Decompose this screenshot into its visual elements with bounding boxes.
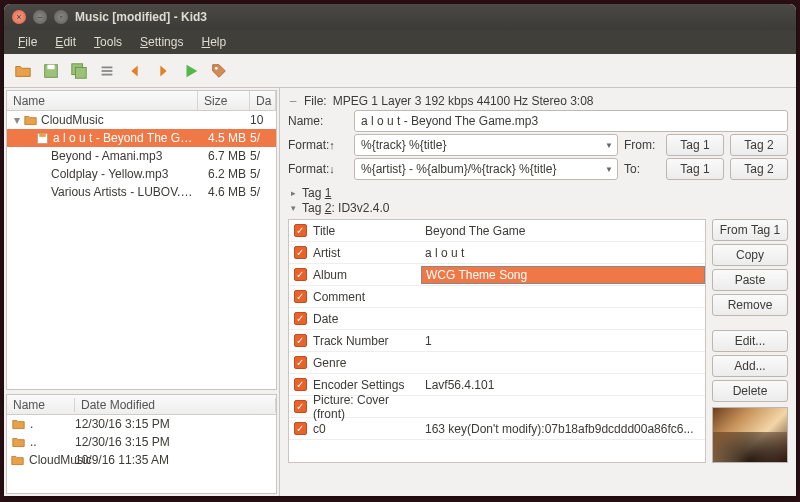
name-input[interactable] [354, 110, 788, 132]
tag-checkbox[interactable]: ✓ [289, 356, 311, 369]
collapse-icon[interactable]: – [288, 94, 298, 108]
svg-rect-5 [102, 70, 113, 72]
tree-tag1[interactable]: ▸Tag 1 [288, 186, 788, 200]
filelist-header-name[interactable]: Name [7, 91, 198, 110]
menu-settings[interactable]: Settings [132, 33, 191, 51]
folder-icon [11, 436, 25, 449]
filelist-header-size[interactable]: Size [198, 91, 250, 110]
tag-name: Artist [311, 246, 421, 260]
menu-edit[interactable]: Edit [47, 33, 84, 51]
dir-row[interactable]: .. 12/30/16 3:15 PM [7, 433, 276, 451]
menu-file[interactable]: File [10, 33, 45, 51]
delete-button[interactable]: Delete [712, 380, 788, 402]
file-row[interactable]: Various Artists - LUBOV.mp3 4.6 MB 5/ [7, 183, 276, 201]
select-all-icon[interactable] [94, 58, 120, 84]
remove-button[interactable]: Remove [712, 294, 788, 316]
file-list[interactable]: Name Size Da ▾ CloudMusic 10 a l o u t -… [6, 90, 277, 390]
chevron-down-icon[interactable]: ▾ [288, 203, 298, 213]
file-row[interactable]: Beyond - Amani.mp3 6.7 MB 5/ [7, 147, 276, 165]
tag-checkbox[interactable]: ✓ [289, 334, 311, 347]
cover-art[interactable] [712, 407, 788, 463]
tag-checkbox[interactable]: ✓ [289, 312, 311, 325]
from-tag1-button[interactable]: Tag 1 [666, 134, 724, 156]
folder-icon [11, 454, 24, 467]
tag-value[interactable]: Lavf56.4.101 [421, 378, 705, 392]
tag-value[interactable]: 163 key(Don't modify):07b18afb9dcddd00a8… [421, 422, 705, 436]
tag-icon[interactable] [206, 58, 232, 84]
folder-icon [23, 114, 37, 127]
copy-button[interactable]: Copy [712, 244, 788, 266]
menu-help[interactable]: Help [193, 33, 234, 51]
tag-name: c0 [311, 422, 421, 436]
format-up-label: Format: [288, 138, 348, 152]
chevron-right-icon[interactable]: ▸ [288, 188, 298, 198]
tag-row[interactable]: ✓Track Number1 [289, 330, 705, 352]
tag-grid[interactable]: ✓TitleBeyond The Game✓Artista l o u t✓Al… [288, 219, 706, 463]
right-pane: – File: MPEG 1 Layer 3 192 kbps 44100 Hz… [280, 88, 796, 496]
tree-tag2[interactable]: ▾Tag 2: ID3v2.4.0 [288, 201, 788, 215]
tag-value[interactable]: a l o u t [421, 246, 705, 260]
tag-checkbox[interactable]: ✓ [289, 268, 311, 281]
filelist-header-date[interactable]: Da [250, 91, 276, 110]
format-dn-label: Format: [288, 162, 348, 176]
tag-name: Title [311, 224, 421, 238]
tag-name: Album [311, 268, 421, 282]
from-label: From: [624, 138, 660, 152]
paste-button[interactable]: Paste [712, 269, 788, 291]
to-tag1-button[interactable]: Tag 1 [666, 158, 724, 180]
close-icon[interactable]: × [12, 10, 26, 24]
tree-folder-row[interactable]: ▾ CloudMusic 10 [7, 111, 276, 129]
minimize-icon[interactable]: – [33, 10, 47, 24]
prev-icon[interactable] [122, 58, 148, 84]
tag-row[interactable]: ✓Artista l o u t [289, 242, 705, 264]
tag-name: Encoder Settings [311, 378, 421, 392]
tag-value[interactable]: Beyond The Game [421, 224, 705, 238]
tag-checkbox[interactable]: ✓ [289, 400, 311, 413]
chevron-down-icon[interactable]: ▾ [11, 113, 23, 127]
svg-rect-6 [102, 73, 113, 75]
tag-tree: ▸Tag 1 ▾Tag 2: ID3v2.4.0 [288, 186, 788, 215]
menubar: File Edit Tools Settings Help [4, 30, 796, 54]
edit-button[interactable]: Edit... [712, 330, 788, 352]
tag-value[interactable]: WCG Theme Song [421, 266, 705, 284]
tag-row[interactable]: ✓Genre [289, 352, 705, 374]
open-folder-icon[interactable] [10, 58, 36, 84]
tag-checkbox[interactable]: ✓ [289, 422, 311, 435]
tag-row[interactable]: ✓Picture: Cover (front) [289, 396, 705, 418]
tag-checkbox[interactable]: ✓ [289, 378, 311, 391]
dir-list[interactable]: Name Date Modified . 12/30/16 3:15 PM ..… [6, 394, 277, 494]
file-info: MPEG 1 Layer 3 192 kbps 44100 Hz Stereo … [333, 94, 594, 108]
tag-name: Comment [311, 290, 421, 304]
name-label: Name: [288, 114, 348, 128]
from-tag2-button[interactable]: Tag 2 [730, 134, 788, 156]
tag-name: Date [311, 312, 421, 326]
dirlist-header-name[interactable]: Name [7, 398, 75, 412]
tag-checkbox[interactable]: ✓ [289, 224, 311, 237]
tag-row[interactable]: ✓Comment [289, 286, 705, 308]
tag-checkbox[interactable]: ✓ [289, 246, 311, 259]
fromtag1-button[interactable]: From Tag 1 [712, 219, 788, 241]
menu-tools[interactable]: Tools [86, 33, 130, 51]
dir-row[interactable]: CloudMusic 10/9/16 11:35 AM [7, 451, 276, 469]
file-row[interactable]: a l o u t - Beyond The Game.mp3 4.5 MB 5… [7, 129, 276, 147]
dir-row[interactable]: . 12/30/16 3:15 PM [7, 415, 276, 433]
tag-row[interactable]: ✓Date [289, 308, 705, 330]
format-dn-combo[interactable]: %{artist} - %{album}/%{track} %{title}▼ [354, 158, 618, 180]
tag-checkbox[interactable]: ✓ [289, 290, 311, 303]
next-icon[interactable] [150, 58, 176, 84]
svg-rect-9 [39, 133, 46, 136]
save-icon[interactable] [38, 58, 64, 84]
dirlist-header-date[interactable]: Date Modified [75, 398, 276, 412]
format-up-combo[interactable]: %{track} %{title}▼ [354, 134, 618, 156]
to-tag2-button[interactable]: Tag 2 [730, 158, 788, 180]
tag-row[interactable]: ✓TitleBeyond The Game [289, 220, 705, 242]
add-button[interactable]: Add... [712, 355, 788, 377]
file-row[interactable]: Coldplay - Yellow.mp3 6.2 MB 5/ [7, 165, 276, 183]
maximize-icon[interactable]: ▫ [54, 10, 68, 24]
tag-value[interactable]: 1 [421, 334, 705, 348]
tag-row[interactable]: ✓c0163 key(Don't modify):07b18afb9dcddd0… [289, 418, 705, 440]
save-all-icon[interactable] [66, 58, 92, 84]
tag-row[interactable]: ✓AlbumWCG Theme Song [289, 264, 705, 286]
play-icon[interactable] [178, 58, 204, 84]
tag-name: Picture: Cover (front) [311, 393, 421, 421]
